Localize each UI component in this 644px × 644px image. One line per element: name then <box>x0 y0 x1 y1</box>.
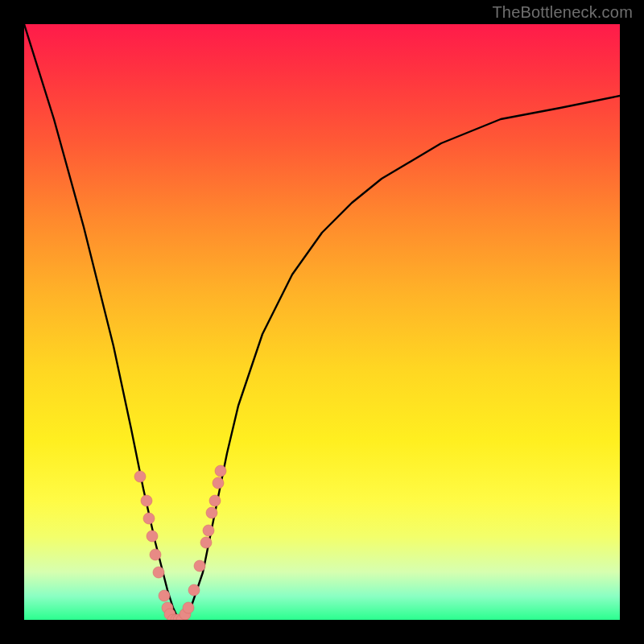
marker-dot <box>194 560 205 572</box>
marker-dot <box>203 525 214 536</box>
marker-dot <box>215 465 226 477</box>
marker-dot <box>183 602 194 613</box>
marker-dot <box>141 495 152 506</box>
marker-dot <box>153 567 164 578</box>
marker-dot <box>209 495 221 506</box>
marker-dot <box>200 537 212 548</box>
marker-dot <box>206 507 217 518</box>
marker-dot <box>147 530 158 542</box>
marker-dot <box>150 549 161 560</box>
marker-dot <box>213 477 224 489</box>
marker-dot <box>143 513 155 524</box>
bottleneck-curve <box>24 24 620 620</box>
marker-group <box>134 465 226 620</box>
marker-dot <box>159 590 170 601</box>
marker-dot <box>188 584 200 596</box>
marker-dot <box>134 471 146 482</box>
chart-svg <box>24 24 620 620</box>
watermark-text: TheBottleneck.com <box>492 3 633 22</box>
plot-area <box>24 24 620 620</box>
chart-frame: TheBottleneck.com <box>0 0 644 644</box>
